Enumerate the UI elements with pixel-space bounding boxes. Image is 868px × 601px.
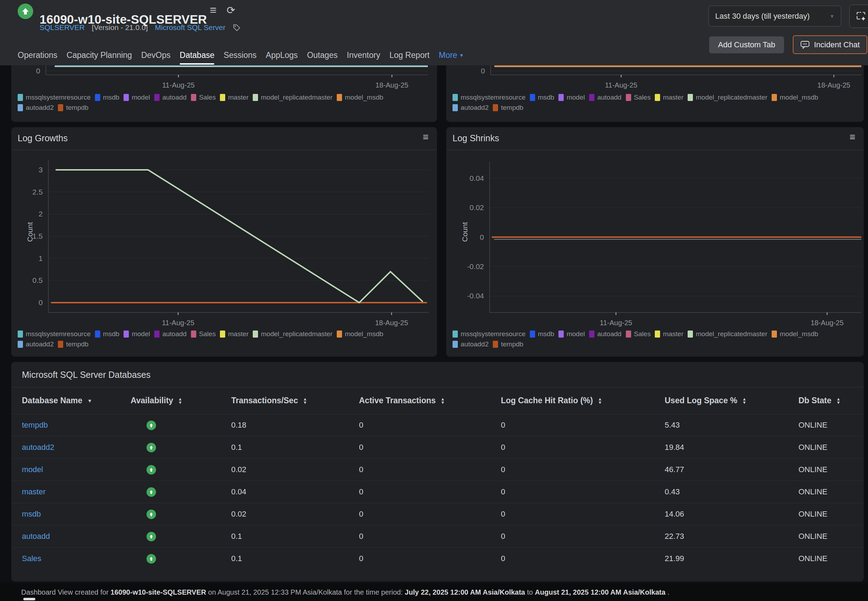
monitor-product-link[interactable]: Microsoft SQL Server bbox=[155, 23, 225, 32]
incident-chat-button[interactable]: Incident Chat bbox=[793, 35, 867, 54]
svg-text:18-Aug-25: 18-Aug-25 bbox=[375, 319, 408, 326]
legend-item[interactable]: tempdb bbox=[58, 104, 88, 111]
legend-item[interactable]: model bbox=[559, 93, 585, 101]
incident-chat-label: Incident Chat bbox=[814, 40, 860, 49]
column-header-availability[interactable]: Availability▲▼ bbox=[130, 387, 231, 414]
panel-menu-icon[interactable]: ≡ bbox=[423, 131, 428, 143]
legend-item[interactable]: Sales bbox=[191, 330, 216, 338]
legend-item[interactable]: msdb bbox=[95, 330, 119, 338]
db-name-link[interactable]: Sales bbox=[22, 554, 41, 563]
legend-label: autoadd bbox=[597, 330, 621, 338]
legend-item[interactable]: model bbox=[123, 330, 150, 338]
refresh-icon[interactable]: ⟳ bbox=[227, 4, 235, 16]
availability-cell bbox=[130, 414, 231, 436]
legend-swatch bbox=[772, 331, 777, 337]
legend-swatch bbox=[58, 104, 63, 111]
column-header-used-log-space-[interactable]: Used Log Space %▲▼ bbox=[664, 387, 798, 414]
column-header-log-cache-hit-ratio-[interactable]: Log Cache Hit Ratio (%)▲▼ bbox=[501, 387, 664, 414]
legend-swatch bbox=[337, 331, 342, 337]
legend-item[interactable]: model bbox=[559, 330, 585, 338]
legend-item[interactable]: master bbox=[655, 93, 684, 101]
legend-item[interactable]: master bbox=[220, 93, 248, 101]
legend-item[interactable]: tempdb bbox=[493, 104, 523, 111]
transactions-per-sec-cell: 0.18 bbox=[231, 414, 359, 436]
column-header-database-name[interactable]: Database Name▼ bbox=[11, 387, 130, 414]
legend-item[interactable]: mssqlsystemresource bbox=[452, 93, 525, 101]
monitor-subtitle: SQLSERVER [Version - 21.0.0] Microsoft S… bbox=[40, 23, 241, 32]
add-custom-tab-button[interactable]: Add Custom Tab bbox=[709, 37, 784, 53]
legend-item[interactable]: autoadd2 bbox=[18, 104, 54, 111]
legend-item[interactable]: model_replicatedmaster bbox=[688, 330, 767, 338]
legend-item[interactable]: autoadd bbox=[589, 330, 621, 338]
legend-item[interactable]: model_msdb bbox=[337, 93, 383, 101]
column-label: Active Transactions bbox=[359, 396, 436, 406]
tab-log-report[interactable]: Log Report bbox=[389, 45, 429, 65]
legend-item[interactable]: model bbox=[123, 93, 150, 101]
column-header-active-transactions[interactable]: Active Transactions▲▼ bbox=[359, 387, 501, 414]
legend-item[interactable]: master bbox=[655, 330, 684, 338]
tab-devops[interactable]: DevOps bbox=[141, 45, 171, 65]
horizontal-scrollbar-thumb[interactable] bbox=[23, 598, 35, 600]
tag-icon[interactable] bbox=[233, 24, 241, 31]
line-chart: 0.040.020-0.02-0.0411-Aug-2518-Aug-25 bbox=[446, 127, 864, 357]
legend-item[interactable]: model_msdb bbox=[772, 330, 818, 338]
legend-item[interactable]: model_msdb bbox=[337, 330, 383, 338]
legend-item[interactable]: model_replicatedmaster bbox=[253, 93, 332, 101]
db-name-cell: autoadd2 bbox=[11, 436, 130, 459]
tab-applogs[interactable]: AppLogs bbox=[266, 45, 298, 65]
legend-item[interactable]: tempdb bbox=[493, 340, 523, 348]
db-name-link[interactable]: msdb bbox=[22, 509, 41, 519]
legend-item[interactable]: autoadd bbox=[154, 330, 187, 338]
legend-item[interactable]: autoadd bbox=[154, 93, 187, 101]
db-name-link[interactable]: model bbox=[22, 465, 43, 474]
availability-up-icon bbox=[146, 443, 156, 452]
log-cache-hit-ratio-cell: 0 bbox=[501, 481, 664, 503]
legend-item[interactable]: autoadd2 bbox=[452, 104, 489, 111]
add-to-dashboard-button[interactable] bbox=[849, 5, 868, 28]
column-header-transactions-sec[interactable]: Transactions/Sec▲▼ bbox=[231, 387, 359, 414]
legend-item[interactable]: Sales bbox=[626, 330, 651, 338]
tab-operations[interactable]: Operations bbox=[18, 45, 58, 65]
chart-legend: mssqlsystemresourcemsdbmodelautoaddSales… bbox=[452, 330, 834, 348]
legend-item[interactable]: autoadd2 bbox=[18, 340, 54, 348]
table-row: msdb0.020014.06ONLINE bbox=[11, 503, 864, 525]
panel-title: Log Growths bbox=[18, 133, 68, 143]
legend-item[interactable]: autoadd2 bbox=[452, 340, 489, 348]
svg-text:2.5: 2.5 bbox=[32, 188, 43, 196]
title-menu-icon[interactable]: ≡ bbox=[210, 3, 216, 17]
db-name-link[interactable]: autoadd bbox=[22, 532, 50, 541]
tab-outages[interactable]: Outages bbox=[307, 45, 338, 65]
legend-item[interactable]: mssqlsystemresource bbox=[18, 93, 91, 101]
legend-item[interactable]: msdb bbox=[95, 93, 119, 101]
tab-sessions[interactable]: Sessions bbox=[224, 45, 256, 65]
legend-item[interactable]: Sales bbox=[626, 93, 651, 101]
panel-divider bbox=[446, 150, 864, 150]
legend-item[interactable]: model_replicatedmaster bbox=[688, 93, 767, 101]
legend-item[interactable]: msdb bbox=[530, 330, 554, 338]
db-name-link[interactable]: autoadd2 bbox=[22, 443, 54, 452]
monitor-type-link[interactable]: SQLSERVER bbox=[40, 23, 85, 32]
legend-item[interactable]: tempdb bbox=[58, 340, 88, 348]
legend-item[interactable]: Sales bbox=[191, 93, 216, 101]
db-state-cell: ONLINE bbox=[798, 436, 864, 459]
legend-item[interactable]: model_msdb bbox=[772, 93, 818, 101]
legend-swatch bbox=[589, 331, 594, 337]
legend-label: autoadd2 bbox=[461, 340, 489, 348]
db-name-link[interactable]: tempdb bbox=[22, 421, 48, 429]
legend-item[interactable]: model_replicatedmaster bbox=[253, 330, 332, 338]
column-header-db-state[interactable]: Db State▲▼ bbox=[798, 387, 864, 414]
legend-item[interactable]: master bbox=[220, 330, 248, 338]
legend-item[interactable]: mssqlsystemresource bbox=[18, 330, 91, 338]
dashboard-export-icon bbox=[855, 10, 867, 22]
panel-menu-icon[interactable]: ≡ bbox=[850, 131, 855, 143]
legend-item[interactable]: mssqlsystemresource bbox=[452, 330, 525, 338]
db-name-link[interactable]: master bbox=[22, 487, 46, 496]
legend-item[interactable]: autoadd bbox=[589, 93, 621, 101]
legend-item[interactable]: msdb bbox=[530, 93, 554, 101]
tab-database[interactable]: Database bbox=[180, 45, 214, 65]
tab-capacity-planning[interactable]: Capacity Planning bbox=[67, 45, 132, 65]
column-label: Database Name bbox=[22, 396, 82, 406]
time-range-dropdown[interactable]: Last 30 days (till yesterday) ▼ bbox=[708, 6, 841, 26]
tab-more[interactable]: More ▾ bbox=[439, 45, 463, 65]
tab-inventory[interactable]: Inventory bbox=[347, 45, 381, 65]
